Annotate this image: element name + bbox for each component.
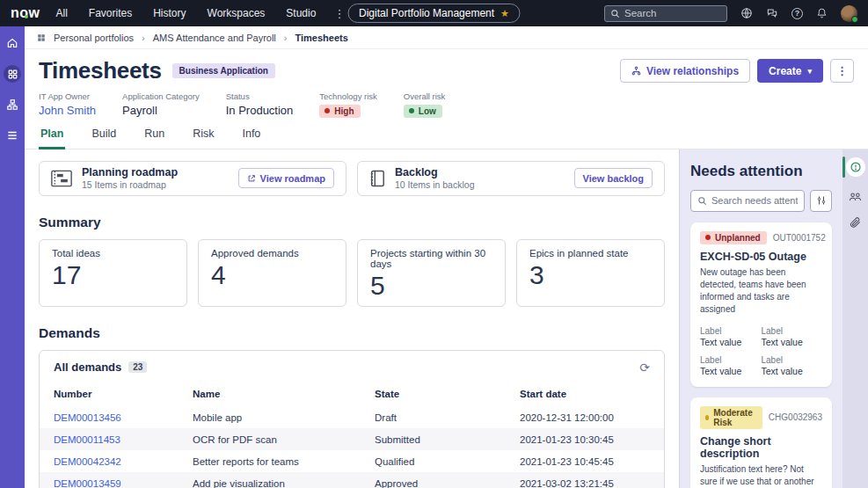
app-launcher-icon[interactable] bbox=[4, 65, 21, 83]
demand-name: OCR for PDF scan bbox=[193, 434, 375, 445]
demand-number-link[interactable]: DEM00011453 bbox=[54, 434, 193, 445]
now-logo[interactable]: now bbox=[11, 5, 40, 21]
page-title: Timesheets bbox=[39, 57, 162, 84]
col-start-date[interactable]: Start date bbox=[520, 389, 650, 399]
red-dot-icon bbox=[325, 108, 330, 113]
user-avatar[interactable] bbox=[841, 5, 857, 22]
header-fields: IT App Owner John Smith Application Cate… bbox=[39, 91, 854, 118]
needs-attention-search[interactable] bbox=[690, 190, 805, 212]
home-icon[interactable] bbox=[4, 34, 21, 52]
tab-risk[interactable]: Risk bbox=[191, 127, 215, 149]
needs-attention-rail-button[interactable] bbox=[846, 157, 865, 177]
field-label: Overall risk bbox=[404, 91, 446, 101]
tab-info[interactable]: Info bbox=[240, 127, 262, 149]
card-field: LabelText value bbox=[700, 326, 762, 347]
breadcrumb-item-ams[interactable]: AMS Attendance and Payroll bbox=[153, 33, 276, 43]
stat-approved-demands[interactable]: Approved demands 4 bbox=[198, 239, 346, 308]
demand-state: Draft bbox=[375, 412, 520, 423]
card-title[interactable]: EXCH-SD-05 Outage bbox=[700, 251, 822, 263]
col-number[interactable]: Number bbox=[54, 389, 193, 399]
col-state[interactable]: State bbox=[375, 389, 520, 399]
field-label: Application Category bbox=[122, 91, 200, 101]
demand-state: Submitted bbox=[375, 434, 520, 445]
menu-history[interactable]: History bbox=[153, 7, 186, 19]
stat-value: 3 bbox=[529, 261, 652, 289]
globe-icon[interactable] bbox=[740, 7, 753, 19]
record-number: CHG0032963 bbox=[769, 412, 822, 422]
demands-count-badge: 23 bbox=[128, 361, 147, 373]
menu-favorites[interactable]: Favorites bbox=[89, 7, 132, 19]
stat-projects-starting[interactable]: Projects starting within 30 days 5 bbox=[357, 239, 506, 308]
backlog-card: Backlog 10 Items in backlog View backlog bbox=[357, 161, 665, 196]
top-more-icon[interactable]: ⋮ bbox=[333, 7, 345, 20]
relationships-icon bbox=[631, 66, 641, 76]
list-nav-icon[interactable] bbox=[4, 127, 21, 144]
demand-name: Mobile app bbox=[193, 412, 375, 423]
breadcrumb-item-portfolios[interactable]: Personal portfolios bbox=[54, 33, 134, 43]
demand-start-date: 2021-01-23 10:30:45 bbox=[520, 434, 650, 445]
green-dot-icon bbox=[409, 108, 414, 113]
menu-all[interactable]: All bbox=[56, 7, 68, 19]
hierarchy-nav-icon[interactable] bbox=[4, 96, 21, 113]
field-overall-risk: Overall risk Low bbox=[404, 91, 446, 118]
main-content: Planning roadmap 15 Items in roadmap Vie… bbox=[25, 149, 679, 488]
col-name[interactable]: Name bbox=[193, 389, 375, 399]
global-search[interactable] bbox=[604, 5, 727, 22]
demand-start-date: 2021-03-02 13:21:45 bbox=[520, 478, 650, 488]
menu-workspaces[interactable]: Workspaces bbox=[208, 7, 266, 19]
bell-icon[interactable] bbox=[816, 7, 828, 19]
record-number: OUT0001752 bbox=[773, 233, 826, 243]
stat-total-ideas[interactable]: Total ideas 17 bbox=[39, 239, 187, 308]
paperclip-icon[interactable] bbox=[850, 216, 861, 229]
view-backlog-button[interactable]: View backlog bbox=[574, 168, 653, 188]
menu-studio[interactable]: Studio bbox=[286, 7, 316, 19]
demand-start-date: 2021-01-23 10:45:45 bbox=[520, 456, 650, 467]
external-link-icon bbox=[247, 174, 256, 183]
filter-icon[interactable] bbox=[810, 190, 832, 212]
field-value: In Production bbox=[226, 104, 294, 117]
view-roadmap-button[interactable]: View roadmap bbox=[238, 168, 334, 188]
demand-number-link[interactable]: DEM00042342 bbox=[54, 456, 193, 467]
demand-number-link[interactable]: DEM00013459 bbox=[54, 478, 193, 488]
portfolio-grid-icon bbox=[37, 33, 46, 42]
chat-icon[interactable] bbox=[766, 7, 778, 19]
table-row: DEM00013459 Add pie visualization Approv… bbox=[40, 472, 664, 488]
planning-roadmap-card: Planning roadmap 15 Items in roadmap Vie… bbox=[39, 161, 346, 196]
yellow-dot-icon bbox=[705, 415, 709, 420]
create-button[interactable]: Create ▾ bbox=[757, 59, 823, 83]
search-icon bbox=[697, 196, 707, 206]
chevron-right-icon: › bbox=[284, 33, 288, 43]
field-technology-risk: Technology risk High bbox=[319, 91, 376, 118]
breadcrumb-item-current: Timesheets bbox=[295, 33, 347, 43]
needs-attention-search-input[interactable] bbox=[711, 195, 798, 206]
card-field: LabelText value bbox=[762, 355, 823, 376]
refresh-icon[interactable]: ⟳ bbox=[639, 361, 650, 374]
header-more-button[interactable]: ⋮ bbox=[830, 59, 854, 83]
field-status: Status In Production bbox=[226, 91, 294, 118]
global-search-input[interactable] bbox=[624, 8, 712, 18]
stat-epics-planned[interactable]: Epics in planned state 3 bbox=[516, 239, 665, 308]
unplanned-badge: Unplanned bbox=[700, 231, 767, 244]
card-title[interactable]: Change short description bbox=[700, 435, 822, 460]
favorite-star-icon[interactable]: ★ bbox=[500, 8, 509, 19]
needs-attention-heading: Needs attention bbox=[690, 163, 832, 180]
view-relationships-button[interactable]: View relationships bbox=[620, 59, 750, 83]
all-demands-title: All demands bbox=[54, 361, 121, 374]
tab-plan[interactable]: Plan bbox=[39, 127, 65, 149]
attention-card-outage[interactable]: Unplanned OUT0001752 EXCH-SD-05 Outage N… bbox=[690, 222, 832, 387]
owner-link[interactable]: John Smith bbox=[39, 104, 96, 117]
app-scope-pill[interactable]: Digital Portfolio Management ★ bbox=[347, 4, 521, 23]
demand-number-link[interactable]: DEM00013456 bbox=[54, 412, 193, 423]
collaborate-icon[interactable] bbox=[849, 191, 862, 202]
breadcrumb: Personal portfolios › AMS Attendance and… bbox=[25, 26, 868, 49]
help-icon[interactable]: ? bbox=[791, 8, 803, 19]
moderate-risk-badge: Moderate Risk bbox=[700, 406, 762, 429]
attention-card-change[interactable]: Moderate Risk CHG0032963 Change short de… bbox=[690, 397, 832, 488]
risk-low-badge: Low bbox=[404, 105, 442, 118]
stat-label: Epics in planned state bbox=[529, 248, 652, 259]
backlog-title: Backlog bbox=[395, 166, 474, 178]
chevron-right-icon: › bbox=[142, 33, 145, 43]
tab-run[interactable]: Run bbox=[142, 127, 166, 149]
demand-name: Add pie visualization bbox=[193, 478, 375, 488]
tab-build[interactable]: Build bbox=[90, 127, 118, 149]
